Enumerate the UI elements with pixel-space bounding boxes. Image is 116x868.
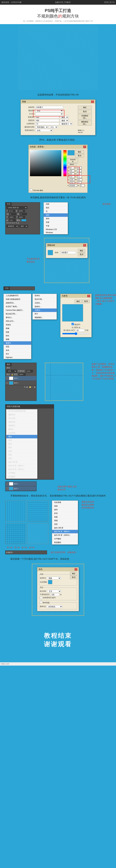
highlight-rgb: [68, 175, 90, 183]
character-panel: 字符 Adobe 黑体 Std T⇅ VAVA ITT Aª颜色: T T TT…: [5, 202, 40, 235]
step10-section: ▤ ▦ ▥ ⫴ 进行文档对齐界、在裁剪掉！: [0, 549, 116, 556]
char-tab[interactable]: 字符: [5, 203, 12, 206]
layer-row[interactable]: 图层 1: [5, 376, 37, 381]
step6-caption: 新建下边的图层，然后在 图层上用一条像素的线 条，线条每个方向各画一 个、完成背…: [92, 363, 116, 401]
web-only-checkbox[interactable]: [30, 189, 32, 191]
leading-icon: ⇅: [16, 210, 17, 212]
ok-button[interactable]: 确定: [74, 300, 82, 303]
new-document-dialog: 新建 × 名称(N): 预设(P):自定 大小(I): 宽度(W):像素 高度(…: [21, 99, 95, 135]
font-select[interactable]: Adobe 黑体 Std: [6, 206, 27, 209]
pattern-swatch[interactable]: [48, 580, 52, 584]
pattern-name-dialog: 图案名称× 名称: 确定取消: [46, 243, 88, 258]
folder-icon[interactable]: 📁: [29, 386, 31, 388]
filter-header: 字符: [3, 286, 35, 290]
menu-item[interactable]: 内部: [44, 203, 68, 206]
hex-input[interactable]: [69, 184, 77, 187]
fill-use-select[interactable]: 图案: [47, 577, 61, 580]
lock-icon[interactable]: 🔒: [11, 374, 13, 375]
height-input[interactable]: [36, 119, 59, 122]
align-right-icon[interactable]: ▥: [10, 551, 12, 553]
mosaic-dialog: 马赛克× 确定 取消 预览(P) ⊟ 100% ⊞ 单元格大小(C):方形: [60, 294, 92, 337]
step2-caption: 开PS，新建文档 尽量做成正方形的、: [0, 137, 116, 143]
bg-select[interactable]: 白色: [36, 129, 53, 132]
grid-preview-2: [27, 500, 48, 521]
color-lib-button[interactable]: 颜色库: [68, 163, 76, 166]
cancel-button[interactable]: 取消: [78, 253, 85, 256]
cancel-button[interactable]: 取消: [75, 154, 84, 157]
close-icon[interactable]: ×: [91, 100, 94, 103]
eye-icon[interactable]: [6, 377, 8, 379]
preview-checkbox[interactable]: [72, 323, 74, 325]
layer-row[interactable]: 图层 0: [5, 381, 37, 385]
grid-preview-1: [5, 500, 26, 521]
blend-mode-select[interactable]: 正常: [6, 370, 17, 373]
res-unit[interactable]: 像素/英寸: [60, 122, 73, 125]
distribute-icon[interactable]: ⫴: [12, 551, 13, 553]
color-swatch[interactable]: [21, 219, 26, 221]
step1: [0, 24, 116, 92]
align-center-icon[interactable]: ▦: [8, 551, 10, 553]
fill-label: 填充染色: [102, 203, 111, 205]
grid-preview-3: [5, 523, 26, 544]
mode-select[interactable]: RGB 颜色: [36, 126, 48, 128]
step8-caption: 开复制和移动命令，用你喜欢的方式、 喜欢复制的(CTRL+ALT+T)画出横竖口…: [0, 493, 116, 499]
color-new: [68, 150, 74, 155]
close-icon[interactable]: ×: [74, 568, 77, 570]
close-icon[interactable]: ×: [83, 146, 86, 148]
aa-select[interactable]: 锐利: [19, 225, 28, 227]
text-size-icon: T: [6, 210, 7, 212]
mask-icon[interactable]: ◐: [26, 386, 28, 388]
eye-icon[interactable]: [6, 382, 8, 384]
title-block: PS纯手工打造 不规则颜色的规则方块 第一次写教程，如果有什么不好的地方，不要打…: [0, 5, 116, 24]
grid-preview-4: [27, 523, 48, 544]
height-unit[interactable]: 像素: [60, 119, 69, 122]
ok-button[interactable]: 确定: [78, 249, 85, 252]
add-swatch-button[interactable]: 添加到色板: [68, 158, 78, 163]
filter-section: 字符: [0, 285, 116, 292]
cancel-button[interactable]: 取消: [83, 300, 90, 303]
title-note: 第一次写教程，如果有什么不好的地方，不要打我，人生无法重来顺路看看你家门锁好了吗: [0, 20, 116, 22]
save-preset-button[interactable]: 存储预设(S)...: [78, 114, 92, 119]
newdoc-section: 新建 × 名称(N): 预设(P):自定 大小(I): 宽度(W):像素 高度(…: [0, 98, 116, 137]
pattern-name-input[interactable]: [61, 251, 76, 254]
doc-name-input[interactable]: [36, 106, 63, 109]
cell-slider[interactable]: [62, 332, 90, 335]
delete-preset-button[interactable]: 删除预设(D)...: [78, 120, 92, 125]
step9-caption: 复制合并后的 图层然后调整 好对90度转转: [82, 500, 95, 545]
final-preview: [18, 26, 98, 90]
hue-slider[interactable]: [63, 150, 67, 176]
ok-button[interactable]: 确定: [78, 106, 92, 109]
fx-icon[interactable]: fx: [24, 386, 26, 388]
layers-panel: 图层 类型 正常不透明度: 锁定:🔒填充: 图层 1 图层 0 fx◐📁▫🗑: [5, 363, 37, 401]
transform-menu-2: 自由变换 缩放 旋转 斜切 扭曲 透视 变形 旋转 180 度 旋转 90 度（…: [52, 500, 78, 545]
header-right: 所用工具 Ps: [104, 1, 115, 4]
res-input[interactable]: [36, 122, 59, 125]
cancel-button[interactable]: 取消: [78, 110, 92, 113]
transform-menu: 通过拷贝新建智能对象 编辑内容 导出内容... 替换内容... 堆栈模式 栅格化…: [6, 409, 38, 479]
char-section: 字符 Adobe 黑体 Std T⇅ VAVA ITT Aª颜色: T T TT…: [0, 200, 116, 236]
title-main: PS纯手工打造: [0, 8, 116, 13]
cell-size-input[interactable]: [76, 329, 84, 332]
end-block: 教程结束 谢谢观看: [0, 618, 116, 662]
ok-button[interactable]: 确定: [75, 150, 84, 154]
bit-select[interactable]: 8 位: [49, 126, 58, 128]
dialog-titlebar: 新建 ×: [21, 100, 95, 104]
close-icon[interactable]: ×: [87, 295, 90, 297]
trash-icon[interactable]: 🗑: [34, 386, 36, 388]
step11-caption: 最后新建一个空白图层,按CTRL+ALT+SHIFT+E，添加杂色: [0, 556, 116, 562]
cancel-button[interactable]: 取消: [70, 576, 77, 579]
step7-section: 转换为智能对象 通过拷贝新建智能对象 编辑内容 导出内容... 替换内容... …: [0, 403, 116, 493]
new-layer-icon[interactable]: ▫: [32, 386, 33, 388]
step1-caption: 这是最终的效果，不喜欢的请按CTRL+W: [0, 92, 116, 98]
ok-button[interactable]: 确定: [70, 572, 77, 575]
highlight-box: [33, 110, 65, 117]
mosaic-preview: [62, 304, 83, 321]
color-picker-section: 拾色器（背景色）× 确定 取消 添加到色板 颜色库 H:L: S:a: B:b:…: [0, 143, 116, 195]
filter-menus: 上次滤镜操作(F) 转换为智能滤镜(S) 滤镜库(G)... 自适应广角(A).…: [0, 292, 116, 361]
color-field[interactable]: [30, 150, 61, 176]
align-left-icon[interactable]: ▤: [6, 551, 8, 553]
title-sub: 不规则颜色的规则方块: [0, 13, 116, 19]
fill-dialog: 填充× 内容 使用(U):图案 自定图案: 混合 模式(M):正常 不透明度(O…: [37, 567, 79, 611]
close-icon[interactable]: ×: [83, 244, 86, 247]
align-toolbar: ▤ ▦ ▥ ⫴: [5, 551, 47, 554]
